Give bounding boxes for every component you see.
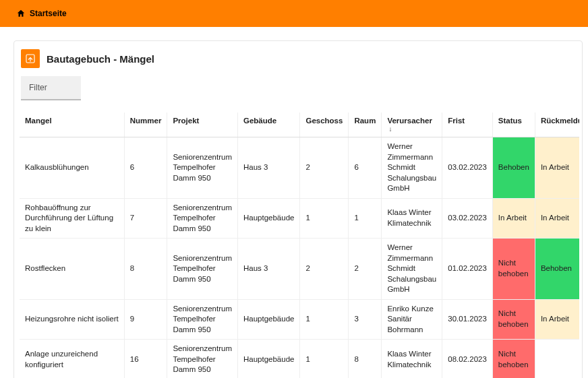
cell-projekt: Seniorenzentrum Tempelhofer Damm 950 xyxy=(167,239,238,300)
cell-geschoss: 1 xyxy=(300,340,349,378)
table-wrapper: Mangel Nummer Projekt Gebäude Geschoss R… xyxy=(20,113,579,378)
cell-nummer: 7 xyxy=(124,198,167,239)
cell-status: Behoben xyxy=(492,137,535,199)
cell-raum: 6 xyxy=(349,137,382,199)
cell-projekt: Seniorenzentrum Tempelhofer Damm 950 xyxy=(167,340,238,378)
cell-verursacher: Werner Zimmermann Schmidt Schalungsbau G… xyxy=(382,239,442,300)
col-header-gebaeude[interactable]: Gebäude xyxy=(237,113,299,137)
cell-gebaeude: Haus 3 xyxy=(237,137,299,199)
cell-status: In Arbeit xyxy=(492,198,535,239)
cell-mangel: Anlage unzureichend konfiguriert xyxy=(20,340,124,378)
cell-nummer: 16 xyxy=(124,340,167,378)
cell-raum: 1 xyxy=(349,198,382,239)
col-header-projekt[interactable]: Projekt xyxy=(167,113,238,137)
col-header-nummer[interactable]: Nummer xyxy=(124,113,167,137)
sort-arrow-down-icon: ↓ xyxy=(388,125,392,133)
table-header-row: Mangel Nummer Projekt Gebäude Geschoss R… xyxy=(20,113,579,137)
home-label: Startseite xyxy=(30,9,67,18)
cell-gebaeude: Hauptgebäude xyxy=(237,198,299,239)
col-header-raum[interactable]: Raum xyxy=(349,113,382,137)
filter-button[interactable]: Filter xyxy=(21,76,81,100)
col-header-verursacher[interactable]: Verursacher ↓ xyxy=(382,113,442,137)
cell-geschoss: 2 xyxy=(300,239,349,300)
cell-geschoss: 1 xyxy=(300,198,349,239)
col-header-geschoss[interactable]: Geschoss xyxy=(300,113,349,137)
col-header-status[interactable]: Status xyxy=(492,113,535,137)
page-title: Bautagebuch - Mängel xyxy=(47,53,154,65)
cell-gebaeude: Hauptgebäude xyxy=(237,299,299,340)
cell-frist: 03.02.2023 xyxy=(442,198,493,239)
cell-rueckmeldung: Behoben xyxy=(535,239,579,300)
cell-frist: 01.02.2023 xyxy=(442,239,493,300)
cell-mangel: Rohbauöffnung zur Durchführung der Lüftu… xyxy=(20,198,124,239)
cell-gebaeude: Haus 3 xyxy=(237,239,299,300)
cell-frist: 30.01.2023 xyxy=(442,299,493,340)
app-logo-icon xyxy=(21,49,40,68)
cell-mangel: Kalkausblühungen xyxy=(20,137,124,199)
cell-verursacher: Werner Zimmermann Schmidt Schalungsbau G… xyxy=(382,137,442,199)
cell-status: Nicht behoben xyxy=(492,239,535,300)
cell-nummer: 6 xyxy=(124,137,167,199)
cell-frist: 03.02.2023 xyxy=(442,137,493,199)
home-icon xyxy=(16,9,26,18)
defects-table: Mangel Nummer Projekt Gebäude Geschoss R… xyxy=(20,113,579,378)
cell-status: Nicht behoben xyxy=(492,299,535,340)
cell-projekt: Seniorenzentrum Tempelhofer Damm 950 xyxy=(167,198,238,239)
cell-rueckmeldung: In Arbeit xyxy=(535,299,579,340)
cell-raum: 8 xyxy=(349,340,382,378)
col-header-mangel[interactable]: Mangel xyxy=(20,113,124,137)
cell-verursacher: Klaas Winter Klimatechnik xyxy=(382,198,442,239)
cell-frist: 08.02.2023 xyxy=(442,340,493,378)
cell-rueckmeldung: In Arbeit xyxy=(535,198,579,239)
cell-status: Nicht behoben xyxy=(492,340,535,378)
cell-verursacher: Enriko Kunze Sanitär Bohrmann xyxy=(382,299,442,340)
main-panel: Bautagebuch - Mängel Filter Mangel Numme… xyxy=(13,40,583,378)
table-row: Rostflecken8Seniorenzentrum Tempelhofer … xyxy=(20,239,579,300)
home-link[interactable]: Startseite xyxy=(16,9,67,18)
cell-nummer: 9 xyxy=(124,299,167,340)
cell-mangel: Rostflecken xyxy=(20,239,124,300)
cell-geschoss: 2 xyxy=(300,137,349,199)
col-header-verursacher-label: Verursacher xyxy=(387,117,432,125)
cell-geschoss: 1 xyxy=(300,299,349,340)
col-header-rueckmeldung[interactable]: Rückmeldung xyxy=(535,113,579,137)
cell-projekt: Seniorenzentrum Tempelhofer Damm 950 xyxy=(167,137,238,199)
cell-projekt: Seniorenzentrum Tempelhofer Damm 950 xyxy=(167,299,238,340)
table-row: Heizungsrohre nicht isoliert9Seniorenzen… xyxy=(20,299,579,340)
table-row: Anlage unzureichend konfiguriert16Senior… xyxy=(20,340,579,378)
cell-mangel: Heizungsrohre nicht isoliert xyxy=(20,299,124,340)
table-row: Kalkausblühungen6Seniorenzentrum Tempelh… xyxy=(20,137,579,199)
cell-nummer: 8 xyxy=(124,239,167,300)
cell-raum: 3 xyxy=(349,299,382,340)
col-header-frist[interactable]: Frist xyxy=(442,113,493,137)
cell-rueckmeldung: In Arbeit xyxy=(535,137,579,199)
cell-gebaeude: Hauptgebäude xyxy=(237,340,299,378)
table-row: Rohbauöffnung zur Durchführung der Lüftu… xyxy=(20,198,579,239)
cell-rueckmeldung xyxy=(535,340,579,378)
top-nav: Startseite xyxy=(0,0,588,27)
page-header: Bautagebuch - Mängel xyxy=(20,49,579,68)
cell-verursacher: Klaas Winter Klimatechnik xyxy=(382,340,442,378)
cell-raum: 2 xyxy=(349,239,382,300)
